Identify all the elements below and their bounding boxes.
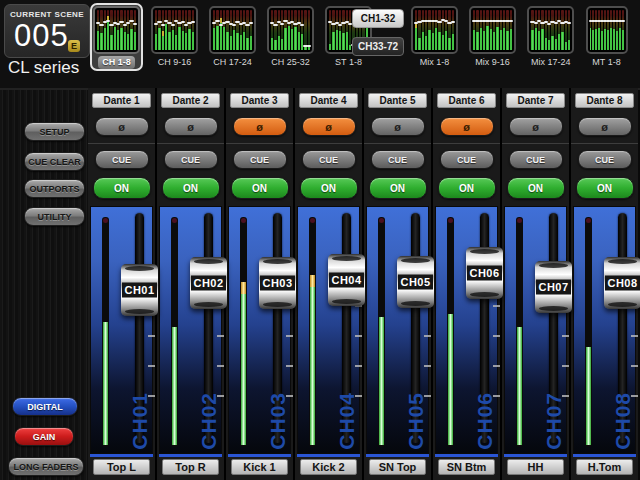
- meter-bar: [155, 10, 157, 50]
- on-button[interactable]: ON: [576, 177, 634, 199]
- meter-bar-level: [291, 29, 293, 50]
- sidebar-cue-clear-button[interactable]: CUE CLEAR: [24, 152, 85, 171]
- meter-bar: [308, 10, 310, 50]
- meter-peak-dot: [103, 218, 108, 223]
- phase-button[interactable]: ø: [440, 117, 494, 136]
- channel-name-label[interactable]: SN Top: [369, 459, 426, 475]
- meter-bar: [301, 10, 303, 50]
- meter-tab-master[interactable]: Master: [636, 3, 640, 71]
- meter-bar: [250, 10, 252, 50]
- fader-knob[interactable]: CH04: [328, 254, 365, 306]
- sidebar-utility-button[interactable]: UTILITY: [24, 207, 85, 226]
- channel-name-label[interactable]: HH: [507, 459, 564, 475]
- fader-knob[interactable]: CH01: [121, 264, 158, 316]
- channel-name-label[interactable]: Kick 2: [300, 459, 357, 475]
- meter-tab-ch1-8[interactable]: CH 1-8: [90, 3, 143, 71]
- fader-knob[interactable]: CH02: [190, 257, 227, 309]
- phase-button[interactable]: ø: [233, 117, 287, 136]
- fader-knob-label: CH03: [260, 276, 295, 291]
- meter-bar: [165, 10, 167, 50]
- cue-button[interactable]: CUE: [578, 150, 632, 169]
- sidebar-outports-button[interactable]: OUTPORTS: [24, 179, 85, 198]
- phase-button[interactable]: ø: [578, 117, 632, 136]
- cue-button[interactable]: CUE: [233, 150, 287, 169]
- meter-peak-dot: [310, 218, 315, 223]
- fader-knob[interactable]: CH08: [604, 257, 640, 309]
- meter-bar: [500, 10, 502, 50]
- cue-button[interactable]: CUE: [164, 150, 218, 169]
- on-button[interactable]: ON: [300, 177, 358, 199]
- fader-knob-label: CH08: [605, 276, 640, 291]
- cue-button[interactable]: CUE: [95, 150, 149, 169]
- phase-button[interactable]: ø: [302, 117, 356, 136]
- meter-tab-ch25-32[interactable]: CH 25-32: [264, 3, 317, 71]
- knob-cap-top: [332, 256, 361, 261]
- meter-bar: [332, 10, 334, 50]
- on-button[interactable]: ON: [369, 177, 427, 199]
- meter-tab-mix1-8[interactable]: Mix 1-8: [408, 3, 461, 71]
- meter-bar: [435, 10, 437, 50]
- sidebar-gain-button[interactable]: GAIN: [14, 427, 74, 446]
- meter-bar: [442, 10, 444, 50]
- channel-name-label[interactable]: Top L: [93, 459, 150, 475]
- channel-id-vertical: CH06: [473, 392, 497, 450]
- cue-button[interactable]: CUE: [440, 150, 494, 169]
- meter-tab-ch17-24[interactable]: CH 17-24: [206, 3, 259, 71]
- phase-button[interactable]: ø: [509, 117, 563, 136]
- fader-tick: [493, 365, 500, 367]
- fader-knob[interactable]: CH05: [397, 256, 434, 308]
- meter-bar: [162, 10, 164, 50]
- meter-level: [448, 314, 453, 445]
- on-button[interactable]: ON: [162, 177, 220, 199]
- meter-bar: [531, 10, 533, 50]
- fader-knob-label: CH04: [329, 273, 364, 288]
- channel-strip-ch05: Dante 5øCUEONCH05CH05SN Top: [364, 88, 431, 480]
- fader-tick: [424, 365, 431, 367]
- channel-name-label[interactable]: SN Btm: [438, 459, 495, 475]
- cue-button[interactable]: CUE: [509, 150, 563, 169]
- meter-bar-level: [304, 47, 306, 50]
- meter-bar: [438, 10, 440, 50]
- phase-button[interactable]: ø: [371, 117, 425, 136]
- sidebar-long-faders-button[interactable]: LONG FADERS: [8, 457, 84, 476]
- cue-button[interactable]: CUE: [371, 150, 425, 169]
- meter-bar-level: [188, 29, 190, 50]
- meter-tab-label: CH 1-8: [98, 56, 135, 69]
- on-button[interactable]: ON: [93, 177, 151, 199]
- fader-knob[interactable]: CH07: [535, 261, 572, 313]
- channel-name-label[interactable]: H.Tom: [576, 459, 633, 475]
- current-scene-panel[interactable]: CURRENT SCENE 005 E: [4, 4, 90, 58]
- top-bar: CURRENT SCENE 005 E CL series CH 1-8CH 9…: [0, 0, 640, 90]
- meter-tab-label: Mix 9-16: [471, 56, 514, 69]
- channel-name-label[interactable]: Top R: [162, 459, 219, 475]
- channel-id-vertical: CH03: [266, 392, 290, 450]
- meter-bar: [291, 10, 293, 50]
- on-button[interactable]: ON: [231, 177, 289, 199]
- meter-bar-level: [545, 38, 547, 50]
- meter-bar-level: [442, 35, 444, 50]
- meter-tab-mix9-16[interactable]: Mix 9-16: [466, 3, 519, 71]
- phase-button[interactable]: ø: [95, 117, 149, 136]
- meter-tab-mix17-24[interactable]: Mix 17-24: [524, 3, 578, 71]
- fader-area: CH02CH02: [159, 206, 222, 454]
- fader-position-dash: [249, 22, 253, 24]
- fader-knob[interactable]: CH03: [259, 257, 296, 309]
- channel-name-label[interactable]: Kick 1: [231, 459, 288, 475]
- bank-ch33-72-button[interactable]: CH33-72: [352, 37, 404, 56]
- bank-ch1-32-button[interactable]: CH1-32: [352, 9, 404, 28]
- meter-block: [411, 6, 458, 54]
- on-button[interactable]: ON: [507, 177, 565, 199]
- meter-tab-mt1-8[interactable]: MT 1-8: [583, 3, 631, 71]
- phase-button[interactable]: ø: [164, 117, 218, 136]
- meter-bar: [448, 10, 450, 50]
- cue-button[interactable]: CUE: [302, 150, 356, 169]
- on-button[interactable]: ON: [438, 177, 496, 199]
- fader-area: CH07CH07: [504, 206, 567, 454]
- sidebar-digital-button[interactable]: DIGITAL: [12, 397, 78, 416]
- sidebar-setup-button[interactable]: SETUP: [24, 122, 85, 141]
- meter-bar-level: [230, 36, 232, 50]
- meter-bar-level: [124, 32, 126, 50]
- fader-knob[interactable]: CH06: [466, 247, 503, 299]
- meter-tab-ch9-16[interactable]: CH 9-16: [148, 3, 201, 71]
- fader-tick: [493, 335, 500, 337]
